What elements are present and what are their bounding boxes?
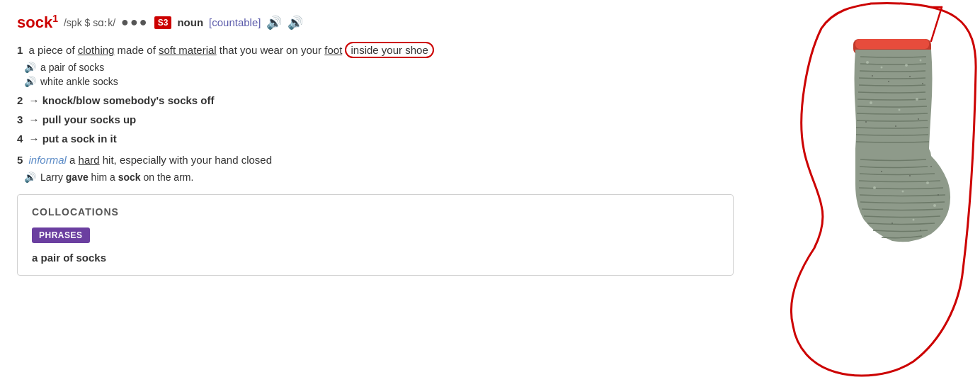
example-text-5a: Larry gave him a sock on the arm.	[40, 172, 193, 183]
audio-button-1[interactable]: 🔊	[266, 15, 282, 30]
svg-point-18	[865, 121, 867, 123]
definition-5: 5 informal a hard hit, especially with y…	[17, 152, 734, 183]
sock-illustration	[751, 0, 980, 382]
definition-4: 4 → put a sock in it	[17, 133, 734, 145]
def-arrow-3: →	[29, 113, 40, 125]
example-1b: 🔊 white ankle socks	[24, 76, 734, 87]
highlight-phrase: inside your shoe	[345, 42, 433, 58]
svg-point-9	[873, 186, 876, 189]
def-number-5: 5	[17, 154, 23, 166]
link-soft-material[interactable]: soft material	[159, 44, 217, 56]
definition-3: 3 → pull your socks up	[17, 113, 734, 125]
phrases-badge: PHRASES	[32, 227, 90, 243]
def-text-1: a piece of clothing made of soft materia…	[29, 42, 434, 58]
example-1a: 🔊 a pair of socks	[24, 62, 734, 73]
example-text-1a: a pair of socks	[40, 62, 104, 73]
frequency-dots: ●●●	[121, 15, 149, 30]
part-of-speech: noun	[177, 16, 203, 28]
word-text: sock	[17, 13, 52, 31]
svg-point-7	[899, 109, 901, 111]
audio-example-5a[interactable]: 🔊	[24, 172, 36, 183]
collocation-phrase: a pair of socks	[32, 252, 719, 264]
svg-point-24	[938, 194, 939, 196]
definition-2: 2 → knock/blow somebody's socks off	[17, 94, 734, 106]
svg-point-19	[895, 125, 896, 127]
def-text-4: put a sock in it	[42, 133, 117, 145]
def-text-3: pull your socks up	[42, 113, 137, 125]
audio-example-1a[interactable]: 🔊	[24, 62, 36, 73]
audio-button-2[interactable]: 🔊	[287, 15, 303, 30]
main-content: sock1 /spk $ sɑːk/ ●●● S3 noun [countabl…	[0, 0, 751, 382]
svg-point-15	[888, 81, 889, 82]
audio-example-1b[interactable]: 🔊	[24, 76, 36, 87]
svg-point-12	[933, 204, 936, 207]
svg-point-10	[902, 191, 904, 193]
svg-point-16	[909, 76, 911, 77]
svg-point-3	[881, 67, 883, 69]
def-text-5: a hard hit, especially with your hand cl…	[69, 154, 272, 166]
svg-point-17	[922, 83, 923, 84]
svg-point-23	[930, 166, 932, 167]
svg-point-4	[905, 64, 908, 67]
svg-point-14	[872, 75, 873, 77]
svg-point-20	[918, 118, 919, 120]
collocations-title: COLLOCATIONS	[32, 206, 719, 218]
svg-point-26	[920, 230, 921, 231]
svg-point-11	[926, 181, 929, 184]
svg-point-8	[916, 98, 918, 101]
link-foot[interactable]: foot	[324, 44, 342, 56]
word-title: sock1	[17, 13, 58, 32]
def-number-1: 1	[17, 44, 23, 56]
def-arrow-4: →	[29, 133, 40, 145]
definition-1: 1 a piece of clothing made of soft mater…	[17, 42, 734, 87]
svg-point-22	[909, 175, 911, 176]
grammar-tag: [countable]	[209, 16, 261, 28]
s3-badge: S3	[154, 16, 172, 29]
svg-point-6	[870, 101, 872, 104]
svg-line-27	[931, 7, 942, 41]
word-superscript: 1	[52, 13, 58, 24]
svg-rect-1	[855, 39, 929, 49]
def-text-2: knock/blow somebody's socks off	[42, 94, 215, 106]
right-panel	[751, 0, 980, 382]
link-clothing[interactable]: clothing	[78, 44, 115, 56]
link-hard[interactable]: hard	[79, 154, 100, 166]
collocations-box: COLLOCATIONS PHRASES a pair of socks	[17, 194, 734, 276]
def-number-2: 2	[17, 94, 23, 106]
def-number-3: 3	[17, 113, 23, 125]
svg-point-25	[891, 223, 893, 224]
pronunciation: /spk $ sɑːk/	[64, 17, 115, 28]
svg-point-2	[866, 61, 869, 64]
informal-label: informal	[29, 154, 67, 166]
def-number-4: 4	[17, 133, 23, 145]
svg-point-5	[920, 60, 922, 62]
word-header: sock1 /spk $ sɑːk/ ●●● S3 noun [countabl…	[17, 13, 734, 32]
def-arrow-2: →	[29, 94, 40, 106]
svg-point-21	[881, 171, 882, 172]
example-text-1b: white ankle socks	[40, 76, 118, 87]
svg-point-13	[913, 219, 915, 221]
example-5a: 🔊 Larry gave him a sock on the arm.	[24, 172, 734, 183]
